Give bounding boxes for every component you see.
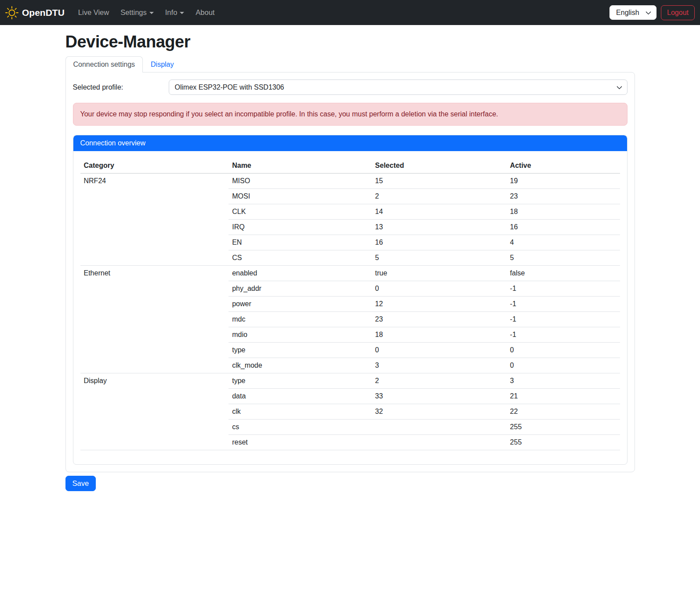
category-cell: Ethernet	[80, 266, 229, 373]
connection-overview-header: Connection overview	[73, 135, 627, 151]
main-container: Device-Manager Connection settings Displ…	[65, 25, 635, 491]
selected-cell: 5	[372, 250, 507, 266]
active-cell: 3	[507, 373, 620, 389]
nav-item-label: Info	[165, 8, 178, 17]
name-cell: CLK	[228, 204, 371, 220]
active-cell: 5	[507, 250, 620, 266]
active-cell: -1	[507, 327, 620, 343]
table-row: Displaytype23	[80, 373, 620, 389]
selected-cell: 13	[372, 220, 507, 235]
column-header-selected: Selected	[372, 158, 507, 174]
name-cell: mdc	[228, 312, 371, 327]
name-cell: MISO	[228, 174, 371, 189]
column-header-category: Category	[80, 158, 229, 174]
connection-overview-card: Connection overview Category Name Select…	[73, 135, 627, 465]
active-cell: 18	[507, 204, 620, 220]
language-select-wrap: English	[609, 5, 656, 20]
selected-cell: 33	[372, 389, 507, 404]
active-cell: 255	[507, 420, 620, 435]
tab-display[interactable]: Display	[143, 56, 181, 72]
name-cell: enabled	[228, 266, 371, 281]
category-cell: NRF24	[80, 174, 229, 266]
page-title: Device-Manager	[65, 33, 635, 51]
sun-icon	[5, 6, 18, 19]
name-cell: IRQ	[228, 220, 371, 235]
selected-cell: 14	[372, 204, 507, 220]
connection-overview-tbody: NRF24MISO1519MOSI223CLK1418IRQ1316EN164C…	[80, 174, 620, 450]
name-cell: clk_mode	[228, 358, 371, 373]
name-cell: mdio	[228, 327, 371, 343]
language-select[interactable]: English	[609, 5, 656, 20]
column-header-name: Name	[228, 158, 371, 174]
name-cell: data	[228, 389, 371, 404]
brand-label: OpenDTU	[22, 7, 65, 18]
profile-select-wrap: Olimex ESP32-POE with SSD1306	[169, 80, 627, 95]
incompatible-profile-alert: Your device may stop responding if you s…	[73, 103, 627, 126]
active-cell: 255	[507, 435, 620, 450]
selected-cell: 3	[372, 358, 507, 373]
nav-item-label: About	[196, 8, 214, 17]
logout-button[interactable]: Logout	[661, 5, 695, 20]
name-cell: type	[228, 343, 371, 358]
name-cell: MOSI	[228, 189, 371, 204]
connection-settings-panel: Selected profile: Olimex ESP32-POE with …	[65, 72, 635, 472]
save-button[interactable]: Save	[65, 476, 96, 491]
nav-item-about[interactable]: About	[190, 5, 220, 20]
category-cell: Display	[80, 373, 229, 450]
active-cell: -1	[507, 281, 620, 297]
caret-down-icon	[149, 12, 154, 14]
selected-cell: 0	[372, 343, 507, 358]
name-cell: type	[228, 373, 371, 389]
name-cell: power	[228, 297, 371, 312]
selected-cell: 32	[372, 404, 507, 420]
name-cell: cs	[228, 420, 371, 435]
active-cell: false	[507, 266, 620, 281]
profile-row: Selected profile: Olimex ESP32-POE with …	[73, 80, 627, 95]
active-cell: 22	[507, 404, 620, 420]
name-cell: EN	[228, 235, 371, 250]
tab-bar: Connection settings Display	[65, 56, 635, 72]
active-cell: 0	[507, 358, 620, 373]
tab-connection-settings[interactable]: Connection settings	[65, 56, 143, 72]
profile-label: Selected profile:	[73, 83, 169, 91]
nav-item-label: Settings	[120, 8, 147, 17]
navbar-right: English Logout	[609, 5, 695, 20]
active-cell: 4	[507, 235, 620, 250]
selected-cell	[372, 420, 507, 435]
column-header-active: Active	[507, 158, 620, 174]
selected-cell	[372, 435, 507, 450]
active-cell: -1	[507, 297, 620, 312]
active-cell: 16	[507, 220, 620, 235]
selected-cell: 12	[372, 297, 507, 312]
connection-overview-table: Category Name Selected Active NRF24MISO1…	[80, 158, 620, 450]
active-cell: 19	[507, 174, 620, 189]
selected-cell: 0	[372, 281, 507, 297]
caret-down-icon	[180, 12, 184, 14]
selected-cell: 16	[372, 235, 507, 250]
table-header-row: Category Name Selected Active	[80, 158, 620, 174]
connection-overview-body: Category Name Selected Active NRF24MISO1…	[73, 151, 627, 464]
table-row: NRF24MISO1519	[80, 174, 620, 189]
active-cell: 23	[507, 189, 620, 204]
name-cell: clk	[228, 404, 371, 420]
brand-link[interactable]: OpenDTU	[5, 6, 65, 19]
profile-select[interactable]: Olimex ESP32-POE with SSD1306	[169, 80, 627, 95]
table-row: Ethernetenabledtruefalse	[80, 266, 620, 281]
selected-cell: 18	[372, 327, 507, 343]
nav-item-info[interactable]: Info	[160, 5, 190, 20]
selected-cell: 23	[372, 312, 507, 327]
selected-cell: 2	[372, 373, 507, 389]
name-cell: CS	[228, 250, 371, 266]
navbar: OpenDTU Live View Settings Info About En…	[0, 0, 700, 25]
selected-cell: 15	[372, 174, 507, 189]
active-cell: 0	[507, 343, 620, 358]
selected-cell: true	[372, 266, 507, 281]
selected-cell: 2	[372, 189, 507, 204]
nav-item-label: Live View	[78, 8, 109, 17]
nav-links: Live View Settings Info About	[73, 5, 609, 20]
active-cell: -1	[507, 312, 620, 327]
name-cell: phy_addr	[228, 281, 371, 297]
nav-item-live-view[interactable]: Live View	[73, 5, 115, 20]
active-cell: 21	[507, 389, 620, 404]
nav-item-settings[interactable]: Settings	[115, 5, 160, 20]
